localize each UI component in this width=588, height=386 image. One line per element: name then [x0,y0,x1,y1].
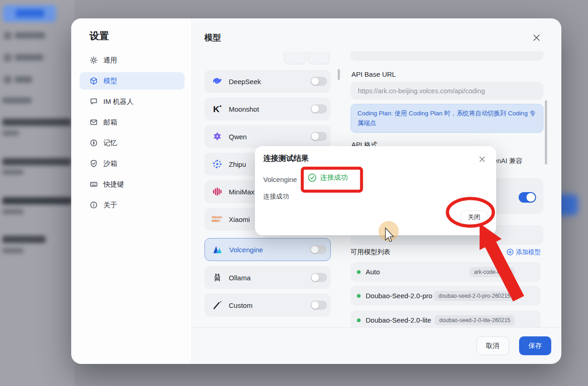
nav-item-about[interactable]: 关于 [79,196,185,214]
provider-name: Custom [229,301,253,309]
save-button[interactable]: 保存 [519,336,551,355]
model-row-doubao-lite[interactable]: Doubao-Seed-2.0-lite doubao-seed-2-0-lit… [351,310,541,327]
nav-item-label: 模型 [103,77,117,85]
provider-row-moonshot[interactable]: K Moonshot [204,97,331,120]
keyboard-icon [90,180,98,188]
shield-check-icon [90,159,98,168]
nav-item-label: 沙箱 [103,159,117,168]
minimax-wave-icon [212,186,223,197]
footer-divider [192,327,561,328]
nav-item-im-bot[interactable]: IM 机器人 [79,93,185,110]
nav-item-label: 记忆 [103,139,117,148]
model-row-doubao-pro[interactable]: Doubao-Seed-2.0-pro doubao-seed-2-0-pro-… [351,286,541,306]
provider-toggle[interactable] [311,104,327,114]
check-circle-icon [308,173,317,182]
nav-item-label: IM 机器人 [103,97,134,106]
xiaomi-mimo-icon: XiaomiMiMO [212,214,223,225]
provider-row-ollama[interactable]: Ollama [204,266,331,289]
modal-close-icon[interactable] [479,156,486,163]
provider-name: Xiaomi [229,216,250,223]
memory-icon [90,139,98,147]
api-base-url-input[interactable] [351,82,543,100]
coding-plan-note: Coding Plan: 使用 Coding Plan 时，系统将自动切换到 C… [351,104,543,133]
model-name: Auto [366,268,380,276]
settings-title: 设置 [90,29,109,42]
nav-item-label: 快捷键 [103,180,124,189]
pen-icon [212,300,223,311]
provider-toggle[interactable] [311,132,327,141]
cancel-button[interactable]: 取消 [476,336,509,355]
nav-item-shortcuts[interactable]: 快捷键 [79,176,185,193]
gear-icon [90,56,98,64]
model-list-label: 可用模型列表 [351,248,390,256]
api-base-url-label: API Base URL [351,70,396,78]
model-row-auto[interactable]: Auto ark-code-latest [351,262,541,282]
provider-row-deepseek[interactable]: DeepSeek [204,70,331,93]
status-dot [357,318,361,322]
provider-name: Volcengine [229,246,263,254]
status-text: 连接成功 [320,173,348,182]
model-tag: doubao-seed-2-0-pro-260215 [434,291,515,301]
volcengine-mountains-icon [212,244,223,255]
clipped-control [284,51,306,64]
status-dot [357,270,361,274]
settings-nav-list: 通用 模型 IM 机器人 [79,51,185,214]
nav-item-label: 邮箱 [103,118,117,127]
provider-name: Moonshot [229,105,259,113]
nav-item-models[interactable]: 模型 [79,72,185,90]
clipped-input [351,51,543,61]
chat-bubble-icon [90,97,98,106]
provider-name: Qwen [229,133,247,141]
svg-text:K: K [213,104,220,114]
nav-item-mail[interactable]: 邮箱 [79,114,185,131]
provider-row-qwen[interactable]: Qwen [204,125,331,148]
nav-item-label: 关于 [103,201,117,210]
connection-test-modal: 连接测试结果 Volcengine 连接成功 连接成功 关闭 [255,146,496,235]
qwen-knot-icon [212,131,223,142]
deepseek-whale-icon [212,76,223,87]
model-tag: ark-code-latest [469,267,515,277]
zhipu-dots-icon [212,159,223,170]
cube-icon [90,77,98,85]
provider-name: DeepSeek [229,78,261,85]
modal-title: 连接测试结果 [263,153,309,164]
panel-scrollbar[interactable] [545,100,547,165]
provider-name: Zhipu [229,160,246,168]
dialog-close-icon[interactable] [532,33,541,42]
model-tag: doubao-seed-2-0-lite-260215 [435,315,515,325]
ollama-llama-icon [212,272,223,283]
connection-status-badge: 连接成功 [308,173,348,182]
provider-name: Ollama [229,274,251,282]
mail-icon [90,118,98,126]
model-name: Doubao-Seed-2.0-lite [366,316,431,324]
status-dot [357,294,361,298]
provider-toggle[interactable] [311,77,327,86]
modal-provider-name: Volcengine [263,176,297,183]
modal-message: 连接成功 [263,193,289,201]
model-name: Doubao-Seed-2.0-pro [366,292,432,300]
provider-row-volcengine[interactable]: Volcengine [204,238,331,261]
add-model-button[interactable]: 添加模型 [507,248,541,256]
settings-nav: 设置 通用 模型 [71,18,192,364]
nav-item-memory[interactable]: 记忆 [79,134,185,152]
provider-row-custom[interactable]: Custom [204,294,331,317]
svg-text:MiMO: MiMO [212,219,220,222]
provider-name: MiniMax [229,188,254,196]
page-title: 模型 [204,32,221,43]
nav-item-general[interactable]: 通用 [79,51,185,69]
provider-toggle[interactable] [311,273,327,282]
plus-circle-icon [507,249,514,255]
provider-toggle[interactable] [311,301,327,310]
modal-close-button[interactable]: 关闭 [461,210,487,224]
setting-toggle[interactable] [519,192,536,203]
provider-scrollbar[interactable] [338,69,340,80]
screen: 设置 通用 模型 [0,0,588,386]
svg-text:Xiaomi: Xiaomi [212,216,222,219]
nav-item-label: 通用 [103,56,117,65]
provider-toggle[interactable] [310,245,327,254]
nav-item-sandbox[interactable]: 沙箱 [79,155,185,172]
info-icon [90,201,98,209]
moonshot-k-icon: K [212,103,223,114]
clipped-control [308,51,330,64]
